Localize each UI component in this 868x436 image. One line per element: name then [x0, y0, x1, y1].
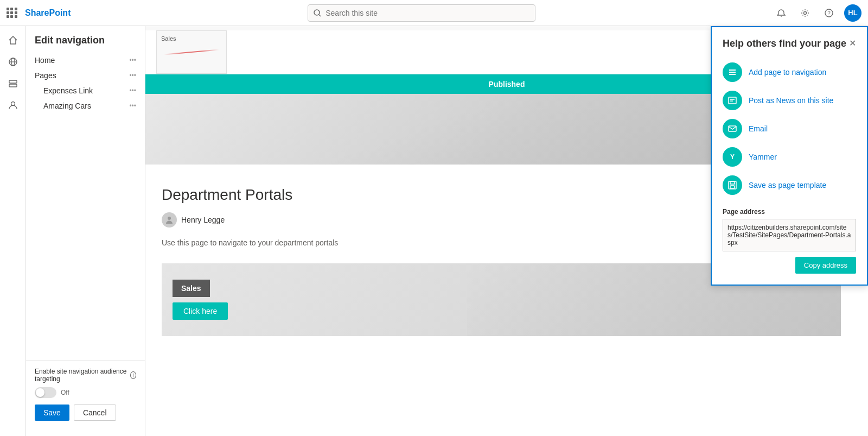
help-item-add-nav-label: Add page to navigation — [749, 68, 826, 77]
waffle-icon[interactable] — [7, 8, 17, 18]
sidebar-item-expenses-dots[interactable]: ••• — [129, 87, 136, 94]
topbar-right: ? HL — [773, 4, 861, 22]
sidebar-item-expenses[interactable]: Expenses Link ••• — [26, 83, 145, 98]
nav-edit-icon[interactable] — [3, 74, 23, 93]
enable-targeting-label: Enable site navigation audience targetin… — [35, 368, 136, 383]
notification-icon[interactable] — [773, 4, 790, 22]
left-nav — [0, 26, 26, 436]
copy-address-button[interactable]: Copy address — [795, 257, 856, 274]
sidebar-nav: Edit navigation Home ••• Pages ••• Expen… — [26, 35, 145, 361]
svg-rect-23 — [730, 181, 735, 184]
help-item-post-news-label: Post as News on this site — [749, 96, 833, 105]
svg-point-3 — [804, 11, 807, 14]
help-panel: Help others find your page ✕ Add page to… — [711, 26, 868, 286]
svg-text:?: ? — [827, 10, 831, 16]
svg-rect-9 — [9, 84, 17, 87]
author-avatar — [162, 212, 177, 228]
help-panel-header: Help others find your page ✕ — [723, 38, 856, 49]
sidebar-item-cars-label: Amazing Cars — [43, 102, 91, 110]
main-layout: Edit navigation Home ••• Pages ••• Expen… — [0, 26, 868, 436]
toggle-row: Off — [35, 387, 136, 398]
help-item-save-template-label: Save as page template — [749, 181, 826, 189]
svg-text:Y: Y — [730, 153, 735, 161]
svg-point-12 — [168, 217, 171, 220]
post-news-icon — [723, 91, 742, 110]
save-button[interactable]: Save — [35, 405, 69, 421]
search-icon — [314, 9, 321, 17]
sidebar: Edit navigation Home ••• Pages ••• Expen… — [26, 26, 145, 436]
toggle-off-label: Off — [61, 389, 69, 396]
search-input[interactable] — [326, 9, 529, 17]
svg-line-1 — [319, 15, 321, 16]
help-item-email-label: Email — [749, 124, 768, 133]
save-cancel-row: Save Cancel — [35, 405, 136, 421]
cancel-button[interactable]: Cancel — [74, 405, 116, 421]
topbar-left: SharePoint — [7, 8, 71, 18]
help-item-save-template[interactable]: Save as page template — [723, 171, 856, 199]
search-bar[interactable] — [308, 4, 535, 22]
sidebar-item-home-label: Home — [35, 56, 55, 65]
toggle-knob — [36, 388, 44, 397]
help-item-post-news[interactable]: Post as News on this site — [723, 86, 856, 115]
help-item-add-nav[interactable]: Add page to navigation — [723, 58, 856, 86]
info-icon[interactable]: i — [130, 371, 136, 379]
help-icon[interactable]: ? — [820, 4, 838, 22]
nav-globe-icon[interactable] — [3, 52, 23, 72]
svg-rect-22 — [729, 181, 736, 189]
topbar: SharePoint ? HL — [0, 0, 868, 26]
sidebar-footer: Enable site navigation audience targetin… — [26, 361, 145, 427]
settings-icon[interactable] — [796, 4, 814, 22]
page-address-box[interactable]: https://citizenbuilders.sharepoint.com/s… — [723, 219, 856, 251]
sidebar-item-cars-dots[interactable]: ••• — [129, 102, 136, 110]
audience-toggle[interactable] — [35, 387, 56, 398]
sidebar-item-cars[interactable]: Amazing Cars ••• — [26, 98, 145, 113]
yammer-icon: Y — [723, 147, 742, 167]
author-name: Henry Legge — [181, 216, 225, 224]
svg-point-0 — [314, 10, 320, 15]
nav-person-icon[interactable] — [3, 96, 23, 115]
add-nav-icon — [723, 62, 742, 82]
help-item-yammer[interactable]: Y Yammer — [723, 143, 856, 171]
sidebar-item-pages[interactable]: Pages ••• — [26, 68, 145, 83]
sidebar-item-home-dots[interactable]: ••• — [129, 56, 136, 64]
sidebar-item-expenses-label: Expenses Link — [43, 86, 93, 95]
topbar-center — [71, 4, 773, 22]
svg-rect-20 — [729, 126, 736, 131]
help-panel-title: Help others find your page — [723, 38, 849, 49]
help-item-yammer-label: Yammer — [749, 153, 777, 161]
sidebar-item-pages-label: Pages — [35, 71, 56, 80]
page-address-label: Page address — [723, 208, 856, 216]
app-name[interactable]: SharePoint — [25, 8, 71, 18]
svg-rect-24 — [730, 186, 735, 188]
click-here-button[interactable]: Click here — [173, 302, 228, 320]
nav-home-icon[interactable] — [3, 30, 23, 50]
sales-box: Sales — [173, 280, 210, 297]
sidebar-item-pages-dots[interactable]: ••• — [129, 72, 136, 79]
help-panel-close-button[interactable]: ✕ — [849, 38, 856, 48]
page-address-section: Page address https://citizenbuilders.sha… — [723, 208, 856, 251]
sidebar-title: Edit navigation — [26, 35, 145, 53]
sidebar-item-home[interactable]: Home ••• — [26, 53, 145, 68]
sales-card-label: Sales — [161, 35, 176, 42]
email-icon — [723, 119, 742, 138]
sales-card-preview: Sales — [156, 30, 227, 74]
svg-rect-10 — [9, 80, 17, 83]
save-template-icon — [723, 175, 742, 195]
svg-rect-17 — [729, 97, 736, 104]
user-avatar[interactable]: HL — [844, 4, 861, 22]
help-item-email[interactable]: Email — [723, 115, 856, 143]
